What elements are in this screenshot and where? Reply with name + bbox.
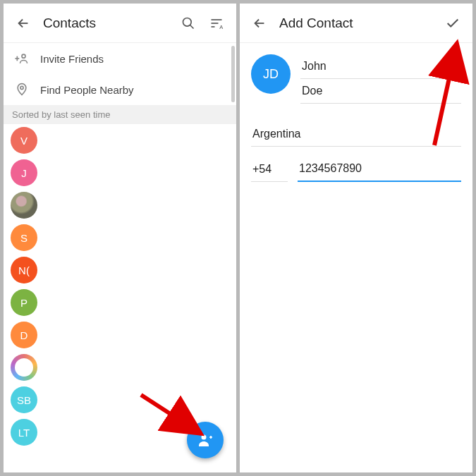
contact-row[interactable] <box>4 351 236 384</box>
invite-friends-label: Invite Friends <box>40 53 104 65</box>
contact-row[interactable]: S <box>4 221 236 254</box>
avatar: S <box>11 224 37 251</box>
scrollbar[interactable] <box>231 46 235 102</box>
find-nearby-row[interactable]: Find People Nearby <box>4 74 236 105</box>
add-contact-fab[interactable] <box>187 422 224 458</box>
svg-point-2 <box>22 54 25 58</box>
add-contact-form: JD <box>240 43 472 193</box>
svg-text:A: A <box>219 23 223 30</box>
avatar: LT <box>11 419 37 446</box>
svg-point-4 <box>202 435 207 440</box>
find-nearby-label: Find People Nearby <box>40 84 134 96</box>
location-icon <box>15 83 40 97</box>
avatar: N( <box>11 257 37 283</box>
first-name-field[interactable] <box>300 54 461 79</box>
svg-point-3 <box>20 86 23 89</box>
contact-row[interactable]: D <box>4 319 236 351</box>
contacts-app-bar: Contacts A <box>4 4 236 43</box>
avatar <box>11 192 37 219</box>
avatar: SB <box>11 386 37 413</box>
phone-number-field[interactable] <box>298 157 461 182</box>
avatar: V <box>11 127 37 154</box>
contact-row[interactable]: SB <box>4 384 236 416</box>
contacts-screen: Contacts A Invite Friends Find People Ne… <box>4 4 236 472</box>
sort-icon[interactable]: A <box>202 9 231 37</box>
avatar: JD <box>251 54 291 94</box>
country-field[interactable] <box>251 122 461 147</box>
contacts-title: Contacts <box>43 16 174 31</box>
back-icon[interactable] <box>245 9 274 37</box>
contact-row[interactable] <box>4 189 236 221</box>
dial-code-field[interactable] <box>251 157 288 182</box>
contacts-list[interactable]: Invite Friends Find People Nearby Sorted… <box>4 43 236 472</box>
search-icon[interactable] <box>174 9 202 37</box>
sort-header: Sorted by last seen time <box>4 105 236 124</box>
last-name-field[interactable] <box>300 79 461 104</box>
svg-point-0 <box>183 18 192 26</box>
invite-friends-row[interactable]: Invite Friends <box>4 43 236 74</box>
contact-row[interactable]: N( <box>4 254 236 286</box>
add-contact-app-bar: Add Contact <box>240 4 472 43</box>
contact-row[interactable]: J <box>4 157 236 189</box>
add-contact-screen: Add Contact JD <box>240 4 472 472</box>
contact-row[interactable]: V <box>4 124 236 157</box>
invite-friends-icon <box>15 51 40 66</box>
avatar: D <box>11 322 37 348</box>
avatar: J <box>11 159 37 186</box>
add-contact-title: Add Contact <box>279 16 439 31</box>
avatar: P <box>11 289 37 316</box>
confirm-icon[interactable] <box>439 9 467 37</box>
back-icon[interactable] <box>9 9 37 37</box>
avatar <box>11 354 37 381</box>
contact-row[interactable]: P <box>4 286 236 319</box>
